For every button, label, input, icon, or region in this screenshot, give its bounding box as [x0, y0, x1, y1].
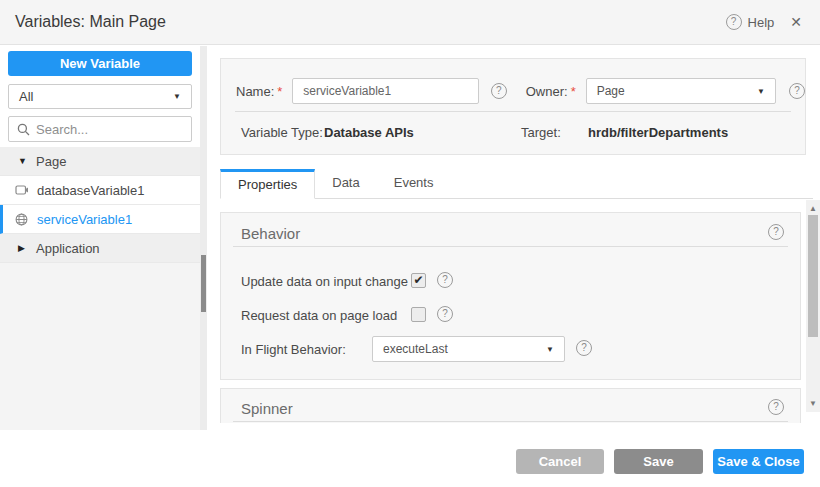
variable-type-label: Variable Type:: [241, 125, 323, 140]
inflight-behavior-select[interactable]: executeLast ▼: [372, 336, 565, 362]
help-label[interactable]: Help: [748, 15, 775, 30]
name-label: Name:: [236, 84, 274, 99]
dialog-footer: Cancel Save Save & Close: [0, 435, 820, 487]
name-help-icon[interactable]: ?: [491, 83, 507, 99]
new-variable-button[interactable]: New Variable: [8, 51, 192, 76]
variable-filter-value: All: [19, 89, 33, 104]
scroll-down-icon[interactable]: ▼: [806, 397, 820, 410]
owner-value: Page: [597, 84, 625, 98]
chevron-down-icon: ▼: [757, 87, 765, 96]
variable-summary-card: Name: * ? Owner: * Page ▼ ? Variable Typ…: [220, 58, 806, 155]
tree-item-label: databaseVariable1: [37, 183, 144, 198]
behavior-section-title: Behavior: [241, 225, 300, 242]
caret-down-icon[interactable]: ▼: [18, 156, 28, 166]
tab-properties[interactable]: Properties: [220, 169, 315, 199]
request-on-load-help-icon[interactable]: ?: [437, 306, 453, 322]
help-button[interactable]: ? Help: [726, 14, 775, 30]
tree-item-label: Application: [36, 241, 100, 256]
tab-events[interactable]: Events: [377, 168, 451, 198]
spinner-help-icon[interactable]: ?: [768, 399, 784, 415]
search-input[interactable]: [36, 122, 176, 137]
service-variable-globe-icon: [15, 213, 29, 226]
search-box[interactable]: [8, 116, 192, 142]
tree-item-label: serviceVariable1: [37, 212, 132, 227]
properties-scrollbar-thumb[interactable]: [808, 215, 818, 337]
behavior-row-inflight: In Flight Behavior: executeLast ▼ ?: [221, 334, 800, 364]
request-on-load-label: Request data on page load: [241, 308, 397, 323]
chevron-down-icon: ▼: [546, 345, 554, 354]
section-divider: [233, 421, 788, 422]
help-icon[interactable]: ?: [726, 14, 742, 30]
section-divider: [233, 246, 788, 247]
spinner-section-title: Spinner: [241, 400, 293, 417]
sidebar-scrollbar[interactable]: [200, 46, 207, 430]
search-icon: [17, 123, 30, 136]
owner-select[interactable]: Page ▼: [586, 78, 776, 104]
spinner-section: Spinner ?: [220, 388, 801, 423]
close-icon[interactable]: ✕: [788, 14, 804, 30]
save-button[interactable]: Save: [614, 449, 703, 474]
tree-item-label: Page: [36, 154, 66, 169]
variables-dialog: Variables: Main Page ? Help ✕ New Variab…: [0, 0, 820, 487]
behavior-section: Behavior ? Update data on input change ✔…: [220, 212, 801, 380]
target-value: hrdb/filterDepartments: [588, 125, 728, 140]
tree-item-application[interactable]: ▶ Application: [0, 234, 200, 263]
caret-right-icon[interactable]: ▶: [18, 243, 28, 253]
dialog-header: Variables: Main Page ? Help ✕: [0, 0, 820, 45]
update-on-input-checkbox[interactable]: ✔: [411, 273, 426, 288]
variables-tree: ▼ Page databaseVariable1 serviceVariable…: [0, 147, 200, 263]
tree-item-page[interactable]: ▼ Page: [0, 147, 200, 176]
scroll-up-icon[interactable]: ▲: [806, 202, 820, 215]
variables-sidebar: New Variable All ▼ ▼ Page databaseVariab…: [0, 46, 200, 430]
name-input[interactable]: [292, 78, 478, 104]
owner-label: Owner:: [526, 84, 568, 99]
save-and-close-button[interactable]: Save & Close: [713, 449, 804, 474]
target-label: Target:: [521, 125, 561, 140]
variable-editor-panel: Name: * ? Owner: * Page ▼ ? Variable Typ…: [207, 46, 820, 435]
chevron-down-icon: ▼: [173, 92, 181, 101]
inflight-behavior-value: executeLast: [383, 342, 448, 356]
sidebar-scrollbar-thumb[interactable]: [201, 255, 206, 312]
owner-help-icon[interactable]: ?: [789, 83, 805, 99]
sidebar-filler: [0, 263, 200, 430]
tab-data[interactable]: Data: [315, 168, 376, 198]
variable-type-value: Database APIs: [324, 125, 414, 140]
update-on-input-label: Update data on input change: [241, 274, 408, 289]
request-on-load-checkbox[interactable]: [411, 307, 426, 322]
page-title: Variables: Main Page: [15, 13, 166, 31]
tree-item-database-variable[interactable]: databaseVariable1: [0, 176, 200, 205]
editor-tabs: Properties Data Events: [220, 168, 813, 199]
name-required-asterisk: *: [277, 84, 282, 99]
inflight-behavior-help-icon[interactable]: ?: [576, 340, 592, 356]
database-variable-icon: [15, 184, 29, 196]
behavior-help-icon[interactable]: ?: [768, 224, 784, 240]
update-on-input-help-icon[interactable]: ?: [437, 272, 453, 288]
variable-filter-select[interactable]: All ▼: [8, 84, 192, 109]
inflight-behavior-label: In Flight Behavior:: [241, 342, 346, 357]
cancel-button[interactable]: Cancel: [516, 449, 604, 474]
owner-required-asterisk: *: [571, 84, 576, 99]
behavior-row-update-on-input: Update data on input change ✔ ?: [221, 266, 800, 296]
properties-scrollbar[interactable]: ▲ ▼: [806, 200, 820, 412]
tree-item-service-variable[interactable]: serviceVariable1: [0, 205, 200, 234]
behavior-row-request-on-load: Request data on page load ?: [221, 300, 800, 330]
